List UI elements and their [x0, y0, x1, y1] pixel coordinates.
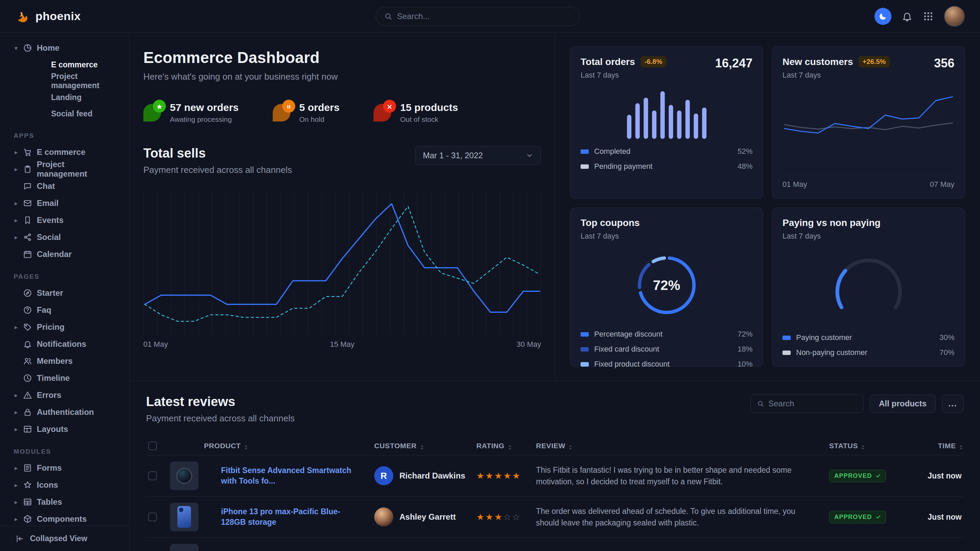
total-orders-value: 16,247 [715, 56, 752, 70]
sidebar-item-members[interactable]: Members [8, 353, 121, 370]
sidebar-item-e-commerce-dashboard[interactable]: E commerce [8, 57, 121, 73]
collapse-icon [15, 534, 24, 543]
customer-name: Richard Dawkins [399, 471, 465, 481]
row-checkbox[interactable] [148, 513, 157, 521]
legend-value: 52% [738, 147, 752, 156]
date-range-value: Mar 1 - 31, 2022 [423, 151, 483, 160]
stat-caption: Awating processing [170, 115, 239, 124]
sidebar-item-label: Email [37, 198, 59, 208]
phoenix-logo-icon [15, 8, 31, 24]
caret-down-icon: ▾ [14, 45, 18, 51]
legend-paying: Paying customer 30% [783, 333, 955, 342]
cube-icon [23, 514, 32, 524]
column-header-customer[interactable]: CUSTOMER [374, 442, 476, 450]
sidebar-item-label: Icons [37, 480, 58, 490]
sidebar-item-events[interactable]: ▸ Events [8, 212, 121, 229]
user-avatar[interactable] [944, 6, 965, 27]
time-cell: Just now [909, 513, 964, 522]
sidebar-item-layouts[interactable]: ▸ Layouts [8, 421, 121, 438]
legend-label: Pending payment [594, 162, 652, 171]
sidebar-item-icons[interactable]: ▸ Icons [8, 476, 121, 494]
stat-value: 57 new orders [170, 102, 239, 113]
caret-right-icon: ▸ [14, 217, 18, 224]
sidebar-item-pricing[interactable]: ▸ Pricing [8, 319, 121, 335]
sidebar-item-label: Authentication [37, 407, 94, 417]
theme-toggle-button[interactable] [875, 8, 891, 25]
reviews-search [751, 394, 864, 413]
page-subtitle: Here's what's going on at your business … [143, 71, 541, 82]
sidebar-item-calendar[interactable]: Calendar [8, 246, 121, 263]
sidebar-item-notifications[interactable]: Notifications [8, 335, 121, 353]
sidebar-item-email[interactable]: ▸ Email [8, 195, 121, 212]
sidebar-item-components[interactable]: ▸ Components [8, 510, 121, 526]
orders-bar-chart [624, 88, 709, 139]
sidebar-item-apps-e-commerce[interactable]: ▸ E commerce [8, 144, 121, 160]
reviews-search-input[interactable] [768, 399, 857, 408]
stat-new-orders: 57 new orders Awating processing [143, 102, 239, 124]
paying-gauge-chart [811, 251, 926, 322]
x-tick: 01 May [143, 340, 168, 349]
all-products-button[interactable]: All products [870, 394, 936, 413]
trend-badge: +26.5% [858, 56, 890, 67]
sidebar-item-chat[interactable]: Chat [8, 178, 121, 195]
status-label: APPROVED [834, 472, 872, 480]
stat-caption: On hold [299, 115, 339, 124]
select-all-checkbox[interactable] [148, 441, 157, 450]
check-icon [875, 514, 881, 520]
column-header-status[interactable]: STATUS [829, 442, 909, 450]
product-link[interactable]: iPhone 13 pro max-Pacific Blue-128GB sto… [221, 507, 374, 527]
column-label: CUSTOMER [374, 442, 417, 450]
sidebar: ▾ Home E commerce Project management Lan… [0, 33, 130, 551]
column-header-review[interactable]: REVIEW [536, 442, 829, 450]
column-header-time[interactable]: TIME [909, 442, 964, 450]
card-period: Last 7 days [581, 232, 752, 241]
column-label: REVIEW [536, 442, 565, 450]
total-sells-title: Total sells [143, 146, 292, 160]
notifications-bell-icon[interactable] [902, 11, 913, 22]
sidebar-item-starter[interactable]: Starter [8, 284, 121, 302]
sidebar-item-label: Members [37, 356, 73, 366]
card-period: Last 7 days [581, 71, 667, 79]
table-row: Fitbit Sense Advanced Smartwatch with To… [146, 456, 964, 497]
legend-swatch [581, 362, 589, 367]
sidebar-item-label: Chat [37, 181, 55, 191]
legend-value: 72% [738, 330, 752, 339]
global-search-input[interactable] [397, 11, 571, 21]
sidebar-item-social[interactable]: ▸ Social [8, 229, 121, 246]
sidebar-item-forms[interactable]: ▸ Forms [8, 459, 121, 476]
kpi-cards: Total orders -6.8% Last 7 days 16,247 Co… [555, 33, 980, 381]
row-checkbox[interactable] [148, 472, 157, 480]
calendar-icon [23, 250, 32, 259]
table-row: iPhone 13 pro max-Pacific Blue-128GB sto… [146, 497, 964, 538]
collapse-sidebar-button[interactable]: Collapsed View [0, 526, 129, 551]
sidebar-item-apps-project-management[interactable]: ▸ Project management [8, 160, 121, 178]
sidebar-item-errors[interactable]: ▸ Errors [8, 387, 121, 403]
card-period: Last 7 days [783, 71, 890, 79]
sidebar-item-authentication[interactable]: ▸ Authentication [8, 403, 121, 421]
search-icon [757, 400, 764, 408]
sidebar-item-timeline[interactable]: Timeline [8, 370, 121, 387]
apps-grid-icon[interactable] [923, 11, 934, 22]
sidebar-item-landing[interactable]: Landing [8, 89, 121, 105]
sidebar-item-faq[interactable]: Faq [8, 302, 121, 319]
sidebar-item-project-management-dashboard[interactable]: Project management [8, 73, 121, 89]
more-actions-button[interactable]: ... [942, 394, 964, 413]
legend-fixed-card-discount: Fixed card discount 18% [581, 345, 752, 354]
trend-badge: -6.8% [641, 56, 667, 67]
date-range-select[interactable]: Mar 1 - 31, 2022 [415, 146, 541, 165]
total-sells-chart: 01 May 15 May 30 May [143, 190, 541, 349]
product-link[interactable]: Fitbit Sense Advanced Smartwatch with To… [221, 465, 374, 486]
customer-cell: Ashley Garrett [374, 507, 476, 527]
sidebar-item-home[interactable]: ▾ Home [8, 40, 121, 57]
users-icon [23, 357, 32, 365]
brand-link[interactable]: phoenix [15, 8, 81, 24]
legend-value: 18% [738, 345, 752, 354]
column-header-rating[interactable]: RATING [476, 442, 536, 450]
caret-right-icon: ▸ [14, 324, 18, 330]
rating-stars: ★★★★★ [476, 471, 536, 481]
page-title: Ecommerce Dashboard [143, 48, 541, 67]
product-image-iphone [170, 503, 199, 531]
sidebar-item-social-feed[interactable]: Social feed [8, 105, 121, 122]
sidebar-item-tables[interactable]: ▸ Tables [8, 494, 121, 510]
column-header-product[interactable]: PRODUCT [170, 442, 374, 450]
